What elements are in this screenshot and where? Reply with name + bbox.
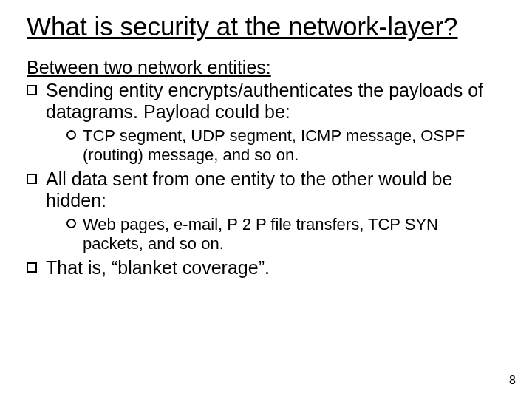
slide: What is security at the network-layer? B…	[0, 0, 532, 399]
sub-bullet-list: TCP segment, UDP segment, ICMP message, …	[46, 126, 502, 164]
sub-list-item: Web pages, e-mail, P 2 P file transfers,…	[66, 215, 502, 253]
sub-list-item: TCP segment, UDP segment, ICMP message, …	[66, 126, 502, 164]
page-number: 8	[509, 374, 516, 387]
bullet-list: Sending entity encrypts/authenticates th…	[27, 80, 502, 279]
square-bullet-icon	[27, 262, 37, 273]
subheading: Between two network entities:	[27, 58, 502, 78]
circle-bullet-icon	[66, 130, 76, 140]
circle-bullet-icon	[66, 219, 76, 228]
list-item: Sending entity encrypts/authenticates th…	[27, 80, 502, 164]
list-item: All data sent from one entity to the oth…	[27, 168, 502, 253]
sub-list-item-text: Web pages, e-mail, P 2 P file transfers,…	[83, 215, 438, 252]
list-item: That is, “blanket coverage”.	[27, 257, 502, 279]
list-item-text: That is, “blanket coverage”.	[46, 257, 270, 278]
sub-list-item-text: TCP segment, UDP segment, ICMP message, …	[83, 126, 465, 163]
list-item-text: All data sent from one entity to the oth…	[46, 168, 452, 211]
slide-title: What is security at the network-layer?	[27, 12, 502, 41]
square-bullet-icon	[27, 174, 37, 184]
list-item-text: Sending entity encrypts/authenticates th…	[46, 80, 483, 122]
sub-bullet-list: Web pages, e-mail, P 2 P file transfers,…	[46, 215, 502, 253]
square-bullet-icon	[27, 85, 37, 95]
